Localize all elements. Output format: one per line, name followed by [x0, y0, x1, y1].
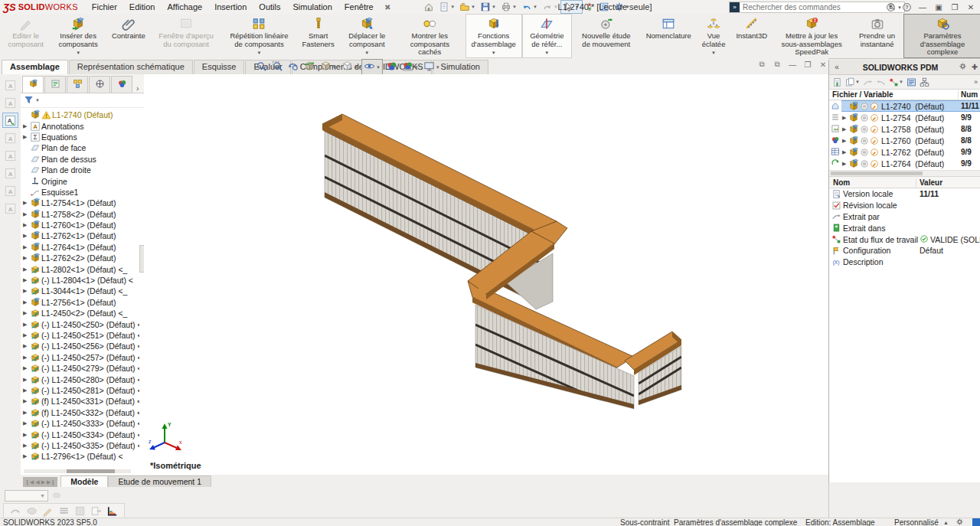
tree-item[interactable]: ▶ L1-2762<2> (Défaut) [21, 253, 139, 263]
animation-wizard-icon[interactable] [10, 505, 21, 517]
calculate-icon[interactable] [26, 505, 38, 517]
note-tool-5-icon[interactable]: A [2, 148, 18, 163]
pdm-pin-icon[interactable]: ✚ [969, 63, 980, 71]
expand-arrow-icon[interactable]: ▶ [23, 288, 30, 294]
tree-filter[interactable]: ▼ [21, 93, 144, 108]
doc-close-button[interactable]: ✕ [818, 60, 828, 69]
menu-insertion[interactable]: Insertion [208, 2, 253, 11]
hud-apply-scene-button[interactable]: ▼ [400, 60, 420, 74]
new-document-icon[interactable]: ▼ [436, 1, 457, 13]
expand-arrow-icon[interactable]: ▶ [23, 277, 30, 283]
pdm-data-card-button[interactable] [906, 77, 916, 87]
expand-arrow-icon[interactable]: ▶ [23, 410, 30, 416]
hud-section-view-button[interactable] [302, 60, 317, 74]
pdm-variable-row[interactable]: Etat du flux de travail VALIDE (SOLIDWOR… [829, 234, 980, 245]
hud-zoom-to-area-button[interactable] [270, 60, 285, 74]
doc-minimize-button[interactable]: — [787, 60, 798, 69]
ribbon-exploded-view-button[interactable]: Vue éclatée ▼ [697, 14, 731, 58]
expand-arrow-icon[interactable]: ▶ [23, 332, 30, 338]
expand-arrow-icon[interactable]: ▶ [23, 398, 30, 404]
pdm-file-list-icon[interactable] [831, 113, 840, 123]
hud-hide-show-items-button[interactable]: ▼ [361, 59, 383, 75]
ribbon-bom-button[interactable]: Nomenclature [641, 14, 697, 58]
tree-item[interactable]: ▶ (-) L1-2450<333> (Défaut) < [21, 418, 139, 429]
pin-icon[interactable]: ✚ [382, 2, 392, 12]
window-restore-button[interactable]: ❐ [947, 1, 962, 13]
pdm-value-column-header[interactable]: Valeur [916, 178, 980, 187]
home-icon[interactable] [421, 1, 436, 13]
pdm-toolbar-overflow-icon[interactable]: » [974, 78, 978, 86]
export-clip-icon[interactable] [90, 505, 102, 517]
open-document-icon[interactable]: ▼ [457, 1, 478, 13]
note-tool-6-icon[interactable]: A [2, 165, 18, 181]
tree-item[interactable]: ▶ (-) L1-2450<334> (Défaut) < [21, 429, 139, 439]
tree-item[interactable]: Esquisse1 [21, 187, 139, 198]
ribbon-mate-button[interactable]: Contrainte [106, 14, 151, 58]
pdm-refresh-icon[interactable] [831, 158, 840, 169]
note-tool-8-icon[interactable]: A [2, 201, 18, 216]
tab-assemblage[interactable]: Assemblage [2, 60, 68, 74]
tree-item[interactable]: ▶ (f) L1-2450<332> (Défaut) < [21, 407, 139, 418]
hud-view-settings-button[interactable]: ▼ [422, 60, 442, 74]
ribbon-linear-pattern-button[interactable]: Répétition linéaire de composants ▼ [221, 14, 296, 58]
tab-navigation-buttons[interactable]: ❙◀◀▶▶❙ [23, 477, 57, 487]
window-maximize-button[interactable]: ▣ [931, 1, 946, 13]
tree-item[interactable]: ▶ A Annotations [21, 120, 139, 131]
expand-arrow-icon[interactable]: ▶ [23, 233, 30, 239]
window-help-button[interactable]: ? [899, 1, 914, 13]
expand-arrow-icon[interactable]: ▶ [23, 432, 30, 438]
tree-item[interactable]: ▶ L1-2796<1> (Défaut) < [21, 451, 139, 462]
fm-tabs-overflow-icon[interactable]: › [136, 84, 139, 93]
expand-arrow-icon[interactable]: ▶ [23, 420, 30, 426]
ribbon-move-component-button[interactable]: Déplacer le composant ▼ [340, 14, 394, 58]
expand-arrow-icon[interactable]: ▶ [23, 354, 30, 361]
window-minimize-button[interactable]: — [915, 1, 930, 13]
status-gear-icon[interactable] [956, 518, 964, 526]
note-tool-2-icon[interactable]: A [2, 95, 18, 110]
ribbon-show-hidden-button[interactable]: Montrer les composants cachés [394, 14, 466, 58]
status-custom-caret-icon[interactable]: ▲ [943, 518, 949, 526]
pdm-file-row[interactable]: ▶ L1-2764 (Défaut) 9/9 [829, 158, 980, 169]
expand-arrow-icon[interactable]: ▶ [842, 149, 848, 155]
results-chart-icon[interactable] [106, 505, 118, 517]
ribbon-assembly-features-button[interactable]: Fonctions d'assemblage ▼ [466, 14, 522, 58]
pdm-workflow-transition-button[interactable]: ▼ [889, 77, 903, 87]
tree-item[interactable]: ▶ L1-2764<1> (Défaut) [21, 242, 139, 253]
search-input[interactable] [740, 3, 887, 11]
tree-item[interactable]: ▶ (-) L1-2450<279> (Défaut) < [21, 363, 139, 374]
save-document-icon[interactable]: ▼ [478, 1, 498, 13]
tree-item[interactable]: ▶ (-) L1-2450<251> (Défaut) < [21, 330, 139, 341]
tab-repr-sentation-sch-matique[interactable]: Représentation schématique [69, 60, 193, 74]
doc-restore-button[interactable]: ❐ [802, 60, 813, 69]
expand-arrow-icon[interactable]: ▶ [23, 244, 30, 250]
expand-arrow-icon[interactable]: ▶ [23, 299, 30, 305]
hud-edit-appearance-button[interactable] [384, 60, 399, 74]
pdm-contains-hierarchy-button[interactable] [920, 77, 929, 87]
expand-arrow-icon[interactable]: ▶ [23, 266, 30, 273]
expand-arrow-icon[interactable]: ▶ [842, 161, 848, 167]
pdm-file-column-header[interactable]: Fichier / Variable [829, 90, 959, 99]
graphics-viewport[interactable]: Y x z *Isométrique [144, 74, 828, 475]
pdm-get-version-button[interactable]: ▼ [845, 77, 860, 87]
menu-affichage[interactable]: Affichage [161, 2, 208, 11]
window-close-button[interactable]: ✕ [963, 1, 978, 13]
pdm-file-row[interactable]: ▶ L1-2758 (Défaut) 8/8 [829, 123, 980, 135]
tree-item[interactable]: Plan de dessus [21, 154, 139, 165]
pdm-vault-home-icon[interactable] [831, 101, 840, 112]
pdm-file-row[interactable]: ▶ L1-2760 (Défaut) 8/8 [829, 135, 980, 146]
tree-item[interactable]: ▶ L1-2756<1> (Défaut) [21, 297, 139, 308]
menu-outils[interactable]: Outils [253, 2, 286, 11]
pdm-name-column-header[interactable]: Nom [829, 178, 916, 187]
expand-arrow-icon[interactable]: ▶ [23, 134, 30, 140]
hud-display-style-button[interactable]: ▼ [340, 60, 360, 74]
tree-item[interactable]: ▶ L1-2802<1> (Défaut) <_ [21, 263, 139, 274]
expand-arrow-icon[interactable]: ▶ [842, 138, 848, 144]
fm-tab-configuration-manager[interactable] [67, 76, 88, 93]
tree-item[interactable]: Origine [21, 175, 139, 186]
tree-item[interactable]: ▶ Σ Equations [21, 132, 139, 142]
expand-arrow-icon[interactable]: ▶ [842, 115, 848, 121]
tree-item[interactable]: Plan de droite [21, 165, 139, 175]
ribbon-motion-study-button[interactable]: Nouvelle étude de mouvement [572, 14, 641, 58]
note-tool-3-icon[interactable]: A [2, 113, 18, 128]
ribbon-speedpak-button[interactable]: ! Mettre à jour les sous-assemblages Spe… [773, 14, 851, 58]
